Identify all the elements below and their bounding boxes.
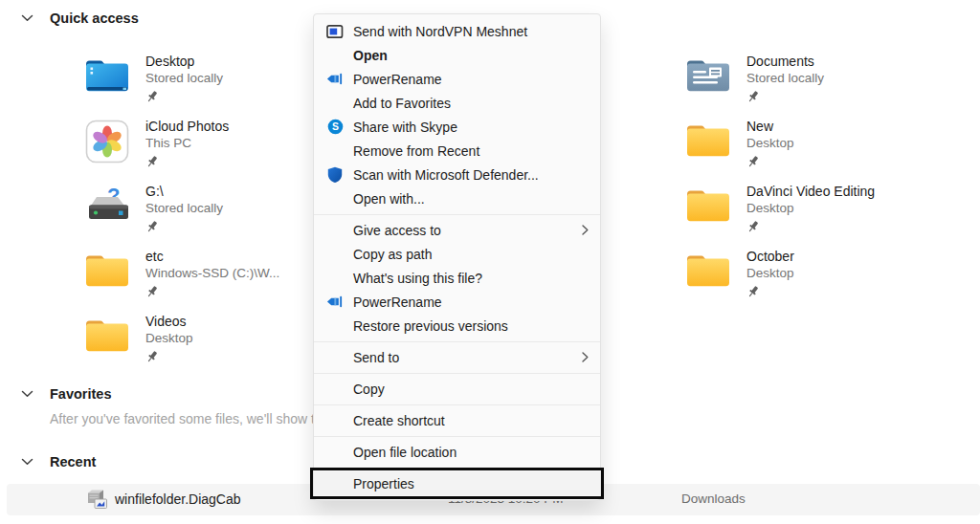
menu-item-send-to[interactable]: Send to <box>314 345 600 369</box>
menu-item-scan-with-microsoft-defender[interactable]: Scan with Microsoft Defender... <box>314 163 600 186</box>
pin-icon <box>746 155 794 168</box>
powerrename-icon <box>326 295 344 309</box>
chevron-down-icon[interactable] <box>21 390 33 398</box>
menu-item-label: Restore previous versions <box>353 318 589 334</box>
folder-icon <box>81 315 133 363</box>
menu-item-give-access-to[interactable]: Give access to <box>314 218 600 242</box>
menu-item-send-with-nordvpn-meshnet[interactable]: Send with NordVPN Meshnet <box>314 19 600 43</box>
menu-item-add-to-favorites[interactable]: Add to Favorites <box>314 91 600 115</box>
menu-item-copy-as-path[interactable]: Copy as path <box>314 242 600 266</box>
menu-item-label: Create shortcut <box>353 413 589 428</box>
menu-item-open-with[interactable]: Open with... <box>314 186 600 210</box>
tile-name: G:\ <box>145 183 223 200</box>
recent-file-name: winfilefolder.DiagCab <box>115 491 241 507</box>
menu-separator <box>314 468 600 469</box>
quick-access-tile-videos[interactable]: VideosDesktop <box>81 313 193 363</box>
menu-separator <box>314 214 600 215</box>
quick-access-section-header: Quick access <box>21 10 139 27</box>
menu-item-remove-from-recent[interactable]: Remove from Recent <box>314 139 600 163</box>
pin-icon <box>746 285 794 298</box>
menu-item-label: What's using this file? <box>353 271 589 286</box>
menu-separator <box>314 373 600 374</box>
pin-icon <box>145 155 229 168</box>
quick-access-tile-etc[interactable]: etcWindows-SSD (C:)\W... <box>81 248 279 298</box>
chevron-right-icon <box>582 225 589 235</box>
menu-item-label: PowerRename <box>353 295 589 310</box>
powerrename-icon <box>326 72 344 86</box>
documents-folder-icon <box>682 55 734 103</box>
tile-location: Desktop <box>746 265 794 282</box>
favorites-label: Favorites <box>50 386 111 402</box>
folder-icon <box>81 250 133 298</box>
tile-location: Desktop <box>746 200 875 217</box>
menu-item-label: Copy as path <box>353 247 589 262</box>
quick-access-tile-new[interactable]: NewDesktop <box>682 118 794 168</box>
menu-item-powerrename[interactable]: PowerRename <box>314 67 600 91</box>
favorites-section-header: Favorites <box>21 385 111 403</box>
pin-icon <box>145 285 279 298</box>
menu-item-label: Copy <box>353 382 589 397</box>
menu-item-create-shortcut[interactable]: Create shortcut <box>314 408 600 432</box>
svg-text:S: S <box>331 120 338 132</box>
tile-location: Desktop <box>746 135 794 152</box>
menu-separator <box>314 436 600 437</box>
quick-access-tile-documents[interactable]: DocumentsStored locally <box>682 53 824 103</box>
chevron-down-icon[interactable] <box>21 14 33 22</box>
menu-item-label: Scan with Microsoft Defender... <box>353 167 589 183</box>
pin-icon <box>746 90 824 103</box>
menu-separator <box>314 341 600 342</box>
recent-label: Recent <box>50 454 96 469</box>
pin-icon <box>145 350 193 363</box>
menu-item-label: Open <box>353 48 589 63</box>
menu-item-powerrename[interactable]: PowerRename <box>314 290 600 314</box>
menu-item-label: Open with... <box>353 191 589 207</box>
icloud-photos-icon <box>81 120 133 168</box>
pin-icon <box>746 220 875 233</box>
tile-name: iCloud Photos <box>145 118 229 135</box>
tile-location: Stored locally <box>145 70 223 87</box>
menu-item-what-s-using-this-file[interactable]: What's using this file? <box>314 266 600 290</box>
recent-section-header: Recent <box>21 453 96 470</box>
desktop-folder-icon <box>81 55 133 103</box>
quick-access-tile-desktop[interactable]: DesktopStored locally <box>81 53 223 103</box>
skype-icon: S <box>326 119 344 135</box>
tile-location: This PC <box>145 135 229 152</box>
menu-item-label: Send with NordVPN Meshnet <box>353 24 589 39</box>
quick-access-tile-g[interactable]: ?G:\Stored locally <box>81 183 223 233</box>
chevron-down-icon[interactable] <box>21 458 33 466</box>
menu-item-properties[interactable]: Properties <box>314 471 600 495</box>
drive-unknown-icon: ? <box>81 185 133 233</box>
menu-item-label: Properties <box>353 476 589 491</box>
context-menu: Send with NordVPN MeshnetOpenPowerRename… <box>313 13 601 501</box>
menu-separator <box>314 404 600 405</box>
menu-item-label: Give access to <box>353 223 582 238</box>
menu-item-label: Send to <box>353 350 582 365</box>
recent-file-location: Downloads <box>681 491 746 506</box>
pin-icon <box>145 90 223 103</box>
menu-item-restore-previous-versions[interactable]: Restore previous versions <box>314 314 600 338</box>
folder-icon <box>682 185 734 233</box>
tile-name: etc <box>145 248 279 265</box>
folder-icon <box>682 120 734 168</box>
quick-access-tile-october[interactable]: OctoberDesktop <box>682 248 794 298</box>
tile-location: Stored locally <box>746 70 824 87</box>
tile-location: Desktop <box>145 330 193 347</box>
tile-location: Windows-SSD (C:)\W... <box>145 265 279 282</box>
nordvpn-meshnet-icon <box>326 24 344 39</box>
menu-item-label: Share with Skype <box>353 120 589 135</box>
tile-name: October <box>746 248 794 265</box>
menu-item-copy[interactable]: Copy <box>314 377 600 401</box>
tile-name: Desktop <box>145 53 223 70</box>
tile-name: Videos <box>145 313 193 330</box>
tile-name: Documents <box>746 53 824 70</box>
file-explorer-home: Quick access Favorites After you've favo… <box>0 0 980 524</box>
menu-item-open[interactable]: Open <box>314 43 600 67</box>
quick-access-tile-icloud-photos[interactable]: iCloud PhotosThis PC <box>81 118 229 168</box>
quick-access-label: Quick access <box>50 11 139 26</box>
pin-icon <box>145 220 223 233</box>
menu-item-share-with-skype[interactable]: SShare with Skype <box>314 115 600 139</box>
menu-item-label: Remove from Recent <box>353 143 589 159</box>
menu-item-open-file-location[interactable]: Open file location <box>314 440 600 464</box>
defender-icon <box>326 166 344 184</box>
quick-access-tile-davinci-video-editing[interactable]: DaVinci Video EditingDesktop <box>682 183 875 233</box>
